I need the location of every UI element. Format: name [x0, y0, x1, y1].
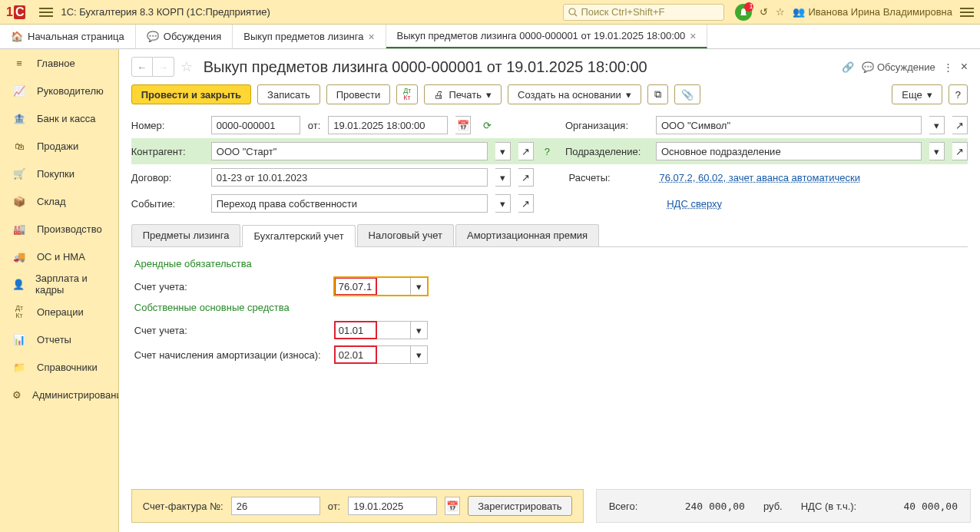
link-icon[interactable]: 🔗 [842, 61, 854, 73]
currency: руб. [763, 501, 783, 512]
tab-home[interactable]: 🏠 Начальная страница [0, 25, 136, 48]
org-field[interactable]: ООО "Символ" [656, 116, 922, 134]
account2-field[interactable]: 01.01 [334, 321, 377, 339]
event-label: Событие: [131, 198, 204, 210]
back-button[interactable]: ← [131, 57, 153, 77]
star-icon[interactable]: ☆ [776, 6, 785, 18]
sidebar-item-reports[interactable]: 📊Отчеты [0, 325, 118, 353]
contract-open[interactable]: ↗ [518, 168, 534, 187]
subtabs: Предметы лизинга Бухгалтерский учет Нало… [131, 224, 968, 247]
subtab-items[interactable]: Предметы лизинга [131, 224, 241, 246]
save-button[interactable]: Записать [257, 84, 320, 104]
account1-dropdown[interactable]: ▾ [411, 277, 428, 296]
user-menu[interactable]: 👥 Иванова Ирина Владимировна [793, 6, 952, 18]
counterparty-dropdown[interactable]: ▾ [495, 142, 511, 160]
form: Номер: 0000-000001 от: 19.01.2025 18:00:… [119, 112, 980, 216]
search-placeholder: Поиск Ctrl+Shift+F [581, 6, 664, 18]
org-dropdown[interactable]: ▾ [929, 116, 945, 134]
sidebar-item-purchases[interactable]: 🛒Покупки [0, 160, 118, 187]
account2-dropdown[interactable]: ▾ [411, 321, 428, 339]
close-icon[interactable]: × [961, 60, 968, 74]
org-open[interactable]: ↗ [952, 116, 968, 134]
date-field[interactable]: 19.01.2025 18:00:00 [328, 116, 448, 134]
create-based-button[interactable]: Создать на основании▾ [508, 84, 641, 104]
tab-discuss[interactable]: 💬 Обсуждения [136, 25, 233, 48]
tab-leasing-doc[interactable]: Выкуп предметов лизинга 0000-000001 от 1… [386, 25, 708, 48]
dtkt-button[interactable]: ДтКт [396, 84, 418, 104]
notif-badge: 1 [749, 2, 753, 10]
print-button[interactable]: 🖨Печать▾ [424, 84, 502, 104]
account1-field[interactable]: 76.07.1 [334, 277, 377, 296]
notifications-icon[interactable]: 1 [735, 4, 752, 21]
invoice-number-field[interactable]: 26 [231, 497, 320, 515]
vat-label: НДС (в т.ч.): [801, 501, 857, 512]
tab-label: Начальная страница [28, 31, 124, 42]
subtab-bonus[interactable]: Амортизационная премия [455, 224, 599, 246]
event-dropdown[interactable]: ▾ [495, 194, 511, 213]
subtab-accounting[interactable]: Бухгалтерский учет [242, 225, 355, 247]
history-icon[interactable]: ↺ [760, 6, 768, 18]
counterparty-field[interactable]: ООО "Старт" [211, 142, 488, 160]
amort-dropdown[interactable]: ▾ [411, 345, 428, 364]
tab-content: Арендные обязательства Счет учета: 76.07… [119, 247, 980, 375]
sidebar-item-salary[interactable]: 👤Зарплата и кадры [0, 270, 118, 298]
help-button[interactable]: ? [949, 84, 968, 104]
refresh-icon[interactable]: ⟳ [483, 120, 492, 131]
post-and-close-button[interactable]: Провести и закрыть [131, 84, 251, 104]
discuss-button[interactable]: 💬Обсуждение [862, 61, 935, 73]
totals-panel: Всего: 240 000,00 руб. НДС (в т.ч.): 40 … [596, 489, 971, 523]
counterparty-help[interactable]: ? [545, 146, 550, 157]
list-icon: ≡ [12, 58, 26, 69]
account2-ext[interactable] [377, 321, 411, 339]
vat-link[interactable]: НДС сверху [667, 194, 722, 213]
sidebar-item-manager[interactable]: 📈Руководителю [0, 77, 118, 104]
sidebar-item-production[interactable]: 🏭Производство [0, 215, 118, 243]
sidebar-item-sales[interactable]: 🛍Продажи [0, 132, 118, 160]
forward-button[interactable]: → [153, 57, 174, 77]
global-search[interactable]: Поиск Ctrl+Shift+F [563, 4, 724, 21]
amort-ext[interactable] [377, 345, 411, 364]
invoice-from-label: от: [328, 501, 341, 512]
counterparty-label: Контрагент: [131, 146, 204, 157]
event-field[interactable]: Переход права собственности [211, 194, 488, 213]
sidebar-item-operations[interactable]: ДтКтОперации [0, 298, 118, 325]
tab-leasing-list[interactable]: Выкуп предметов лизинга × [233, 25, 386, 48]
close-icon[interactable]: × [368, 31, 374, 43]
sidebar-item-catalogs[interactable]: 📁Справочники [0, 353, 118, 381]
sidebar-item-main[interactable]: ≡Главное [0, 49, 118, 77]
register-invoice-button[interactable]: Зарегистрировать [468, 496, 571, 516]
division-dropdown[interactable]: ▾ [929, 142, 945, 160]
settlements-link[interactable]: 76.07.2, 60.02, зачет аванса автоматичес… [659, 168, 860, 187]
post-button[interactable]: Провести [326, 84, 391, 104]
kebab-icon[interactable]: ⋮ [943, 61, 953, 73]
menu-icon[interactable] [39, 5, 53, 19]
contract-dropdown[interactable]: ▾ [495, 168, 511, 187]
right-menu-icon[interactable] [960, 5, 974, 19]
structure-button[interactable]: ⧉ [647, 84, 668, 104]
attach-button[interactable]: 📎 [674, 84, 700, 104]
footer: Счет-фактура №: 26 от: 19.01.2025 📅 Заре… [119, 489, 980, 532]
amort-field[interactable]: 02.01 [334, 345, 377, 364]
home-icon: 🏠 [11, 31, 23, 42]
close-icon[interactable]: × [690, 30, 696, 42]
sidebar: ≡Главное 📈Руководителю 🏦Банк и касса 🛍Пр… [0, 49, 119, 532]
account1-ext[interactable] [377, 277, 411, 296]
division-open[interactable]: ↗ [952, 142, 968, 160]
invoice-date-picker[interactable]: 📅 [445, 497, 460, 515]
event-open[interactable]: ↗ [518, 194, 534, 213]
sidebar-item-assets[interactable]: 🚚ОС и НМА [0, 243, 118, 270]
number-field[interactable]: 0000-000001 [211, 116, 300, 134]
date-picker-button[interactable]: 📅 [455, 116, 471, 134]
star-icon[interactable]: ☆ [180, 58, 193, 75]
sidebar-item-bank[interactable]: 🏦Банк и касса [0, 104, 118, 132]
sidebar-item-warehouse[interactable]: 📦Склад [0, 187, 118, 215]
subtab-tax[interactable]: Налоговый учет [357, 224, 454, 246]
calendar-icon: 📅 [446, 501, 459, 512]
more-button[interactable]: Еще▾ [892, 84, 942, 104]
counterparty-open[interactable]: ↗ [518, 142, 534, 160]
sidebar-item-admin[interactable]: ⚙Администрирование [0, 381, 118, 408]
account2-label: Счет учета: [134, 325, 326, 336]
division-field[interactable]: Основное подразделение [656, 142, 922, 160]
contract-field[interactable]: 01-23 от 10.01.2023 [211, 168, 488, 187]
invoice-date-field[interactable]: 19.01.2025 [348, 497, 437, 515]
